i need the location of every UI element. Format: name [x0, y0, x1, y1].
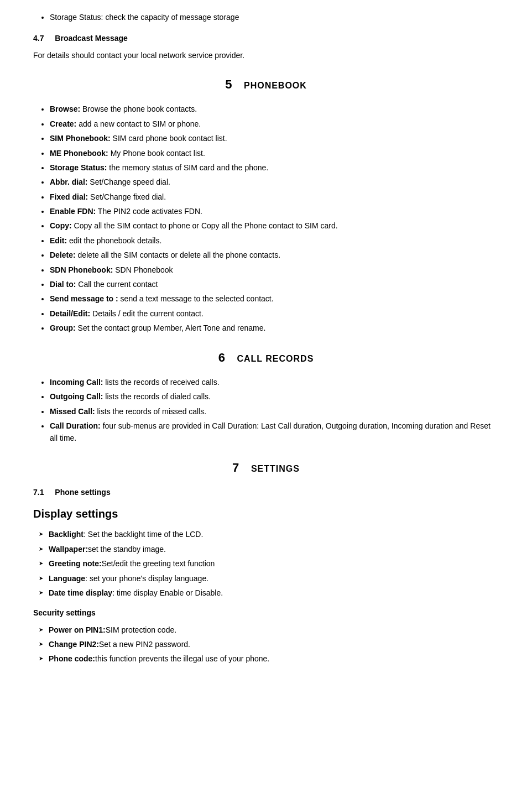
- section-7-1-title: Phone settings: [55, 488, 110, 497]
- display-settings-list: Backlight : Set the backlight time of th…: [33, 528, 499, 599]
- storage-status-item: Storage Status: check the capacity of me…: [50, 11, 499, 23]
- display-settings-item-4: Date time display: time display Enable o…: [39, 587, 499, 599]
- section-6-number: 6: [218, 351, 225, 364]
- section-7-title: Settings: [251, 464, 300, 473]
- storage-status-text: check the capacity of message storage: [103, 13, 239, 22]
- display-settings-item-0: Backlight : Set the backlight time of th…: [39, 528, 499, 540]
- section-5-item-1: Create: add a new contact to SIM or phon…: [50, 118, 499, 130]
- security-settings-item-0: Power on PIN1: SIM protection code.: [39, 624, 499, 636]
- display-settings-item-2: Greeting note: Set/edit the greeting tex…: [39, 557, 499, 570]
- section-6-heading: 6 CALL Records: [33, 348, 499, 367]
- section-4-7-intro: For details should contact your local ne…: [33, 49, 499, 61]
- section-6-item-0: Incoming Call: lists the records of rece…: [50, 376, 499, 388]
- display-settings-item-1: Wallpaper: set the standby image.: [39, 543, 499, 555]
- section-7-1-number: 7.1: [33, 488, 44, 497]
- section-5-item-0: Browse: Browse the phone book contacts.: [50, 103, 499, 115]
- section-7-heading: 7 Settings: [33, 458, 499, 477]
- section-5-item-11: SDN Phonebook: SDN Phonebook: [50, 264, 499, 276]
- section-5-list: Browse: Browse the phone book contacts.C…: [33, 103, 499, 334]
- security-settings-item-2: Phone code: this function prevents the i…: [39, 653, 499, 665]
- security-settings-heading: Security settings: [33, 607, 499, 619]
- section-5-item-12: Dial to: Call the current contact: [50, 278, 499, 290]
- section-5-item-7: Enable FDN: The PIN2 code activates FDN.: [50, 205, 499, 217]
- section-5-item-10: Delete: delete all the SIM contacts or d…: [50, 249, 499, 261]
- display-settings-item-3: Language: set your phone's display langu…: [39, 572, 499, 585]
- section-5-item-8: Copy: Copy all the SIM contact to phone …: [50, 220, 499, 232]
- section-5-item-9: Edit: edit the phonebook details.: [50, 234, 499, 247]
- section-5-item-6: Fixed dial: Set/Change fixed dial.: [50, 191, 499, 203]
- section-5-heading: 5 Phonebook: [33, 75, 499, 94]
- section-5-item-3: ME Phonebook: My Phone book contact list…: [50, 147, 499, 159]
- storage-status-list: Storage Status: check the capacity of me…: [33, 11, 499, 23]
- section-5-item-4: Storage Status: the memory status of SIM…: [50, 161, 499, 174]
- section-5-item-14: Detail/Edit: Details / edit the current …: [50, 307, 499, 320]
- section-5-item-5: Abbr. dial: Set/Change speed dial.: [50, 176, 499, 188]
- section-5-item-13: Send message to : send a text message to…: [50, 293, 499, 305]
- section-6-item-3: Call Duration: four sub-menus are provid…: [50, 420, 499, 445]
- section-6-title: CALL Records: [237, 354, 314, 363]
- section-5-item-15: Group: Set the contact group Member, Ale…: [50, 322, 499, 334]
- section-5-title: Phonebook: [244, 81, 307, 90]
- security-settings-list: Power on PIN1: SIM protection code.Chang…: [33, 624, 499, 665]
- section-7-number: 7: [232, 461, 239, 474]
- section-7-1-heading: 7.1 Phone settings: [33, 486, 499, 498]
- section-4-7-heading: 4.7 Broadcast Message: [33, 32, 499, 44]
- section-6-list: Incoming Call: lists the records of rece…: [33, 376, 499, 445]
- section-5-item-2: SIM Phonebook: SIM card phone book conta…: [50, 132, 499, 144]
- storage-status-bold: Storage Status:: [50, 13, 103, 22]
- display-settings-heading: Display settings: [33, 505, 499, 523]
- section-4-7-number: 4.7: [33, 34, 44, 43]
- section-5-number: 5: [225, 77, 232, 91]
- section-6-item-2: Missed Call: lists the records of missed…: [50, 405, 499, 418]
- section-4-7-title: Broadcast Message: [55, 34, 128, 43]
- section-6-item-1: Outgoing Call: lists the records of dial…: [50, 390, 499, 403]
- security-settings-item-1: Change PIN2: Set a new PIN2 password.: [39, 638, 499, 650]
